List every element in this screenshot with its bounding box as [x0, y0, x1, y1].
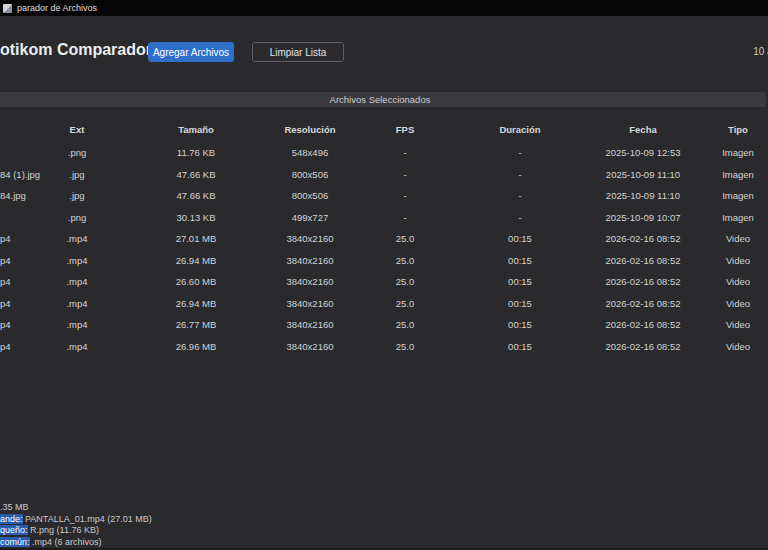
- cell-date: 2026-02-16 08:52: [583, 250, 703, 272]
- summary-line[interactable]: .35 MB: [0, 502, 768, 514]
- summary-line[interactable]: ande: PANTALLA_01.mp4 (27.01 MB): [0, 514, 768, 526]
- cell-type: Imagen: [700, 207, 768, 229]
- cell-resolution: 548x496: [255, 142, 365, 164]
- table-body: .png 11.76 KB 548x496 - - 2025-10-09 12:…: [0, 142, 768, 357]
- table-row[interactable]: 84 (1).jpg .jpg 47.66 KB 800x506 - - 202…: [0, 164, 768, 186]
- cell-duration: 00:15: [470, 336, 570, 358]
- cell-size: 26.60 MB: [146, 271, 246, 293]
- cell-fps: -: [365, 185, 445, 207]
- table-header: Ext Tamaño Resolución FPS Duración Fecha…: [0, 122, 768, 138]
- cell-size: 26.94 MB: [146, 293, 246, 315]
- cell-date: 2025-10-09 10:07: [583, 207, 703, 229]
- table-row[interactable]: p4 .mp4 26.94 MB 3840x2160 25.0 00:15 20…: [0, 293, 768, 315]
- file-count-label: 10 ar: [753, 46, 768, 57]
- add-files-button[interactable]: Agregar Archivos: [148, 42, 234, 62]
- cell-duration: -: [470, 185, 570, 207]
- summary-text: PANTALLA_01.mp4 (27.01 MB): [23, 514, 152, 524]
- cell-resolution: 3840x2160: [255, 314, 365, 336]
- cell-type: Imagen: [700, 185, 768, 207]
- cell-ext: .png: [40, 207, 114, 229]
- selected-text: queño:: [0, 525, 28, 535]
- cell-date: 2026-02-16 08:52: [583, 293, 703, 315]
- window-titlebar[interactable]: parador de Archivos: [0, 0, 768, 16]
- cell-date: 2026-02-16 08:52: [583, 271, 703, 293]
- clear-list-button[interactable]: Limpiar Lista: [252, 42, 344, 62]
- column-header-resolution[interactable]: Resolución: [255, 122, 365, 138]
- page-title: otikom Comparador: [0, 41, 152, 59]
- cell-size: 47.66 KB: [146, 164, 246, 186]
- table-row[interactable]: .png 11.76 KB 548x496 - - 2025-10-09 12:…: [0, 142, 768, 164]
- selected-text: común:: [0, 537, 30, 547]
- summary-text: R.png (11.76 KB): [28, 525, 99, 535]
- column-header-date[interactable]: Fecha: [583, 122, 703, 138]
- table-row[interactable]: p4 .mp4 26.60 MB 3840x2160 25.0 00:15 20…: [0, 271, 768, 293]
- cell-type: Imagen: [700, 142, 768, 164]
- cell-type: Imagen: [700, 164, 768, 186]
- table-row[interactable]: p4 .mp4 26.96 MB 3840x2160 25.0 00:15 20…: [0, 336, 768, 358]
- column-header-size[interactable]: Tamaño: [146, 122, 246, 138]
- table-row[interactable]: .png 30.13 KB 499x727 - - 2025-10-09 10:…: [0, 207, 768, 229]
- cell-fps: -: [365, 164, 445, 186]
- cell-duration: 00:15: [470, 271, 570, 293]
- summary-line[interactable]: queño: R.png (11.76 KB): [0, 525, 768, 537]
- cell-resolution: 800x506: [255, 164, 365, 186]
- column-header-duration[interactable]: Duración: [470, 122, 570, 138]
- cell-ext: .jpg: [40, 164, 114, 186]
- section-header-bar: Archivos Seleccionados: [0, 92, 766, 107]
- summary-line[interactable]: común: .mp4 (6 archivos): [0, 537, 768, 549]
- cell-ext: .mp4: [40, 271, 114, 293]
- cell-duration: 00:15: [470, 250, 570, 272]
- column-header-fps[interactable]: FPS: [365, 122, 445, 138]
- cell-type: Video: [700, 336, 768, 358]
- cell-resolution: 3840x2160: [255, 250, 365, 272]
- cell-type: Video: [700, 293, 768, 315]
- table-row[interactable]: p4 .mp4 26.94 MB 3840x2160 25.0 00:15 20…: [0, 250, 768, 272]
- cell-ext: .mp4: [40, 336, 114, 358]
- cell-duration: -: [470, 142, 570, 164]
- summary: .35 MBande: PANTALLA_01.mp4 (27.01 MB)qu…: [0, 502, 768, 548]
- cell-ext: .mp4: [40, 228, 114, 250]
- cell-fps: 25.0: [365, 293, 445, 315]
- table-row[interactable]: p4 .mp4 26.77 MB 3840x2160 25.0 00:15 20…: [0, 314, 768, 336]
- cell-size: 26.94 MB: [146, 250, 246, 272]
- cell-ext: .mp4: [40, 250, 114, 272]
- column-header-type[interactable]: Tipo: [700, 122, 768, 138]
- cell-date: 2025-10-09 12:53: [583, 142, 703, 164]
- cell-type: Video: [700, 271, 768, 293]
- cell-fps: 25.0: [365, 271, 445, 293]
- cell-duration: 00:15: [470, 293, 570, 315]
- cell-fps: 25.0: [365, 228, 445, 250]
- cell-duration: 00:15: [470, 314, 570, 336]
- cell-size: 26.96 MB: [146, 336, 246, 358]
- window-title: parador de Archivos: [17, 3, 97, 13]
- cell-ext: .jpg: [40, 185, 114, 207]
- cell-fps: 25.0: [365, 314, 445, 336]
- cell-resolution: 3840x2160: [255, 336, 365, 358]
- table-row[interactable]: 84.jpg .jpg 47.66 KB 800x506 - - 2025-10…: [0, 185, 768, 207]
- cell-fps: 25.0: [365, 336, 445, 358]
- toolbar: otikom Comparador Agregar Archivos Limpi…: [0, 16, 768, 86]
- section-header-title: Archivos Seleccionados: [330, 94, 431, 105]
- cell-ext: .mp4: [40, 314, 114, 336]
- cell-ext: .png: [40, 142, 114, 164]
- cell-resolution: 3840x2160: [255, 228, 365, 250]
- cell-date: 2026-02-16 08:52: [583, 336, 703, 358]
- cell-duration: -: [470, 164, 570, 186]
- table-row[interactable]: p4 .mp4 27.01 MB 3840x2160 25.0 00:15 20…: [0, 228, 768, 250]
- cell-resolution: 3840x2160: [255, 271, 365, 293]
- cell-size: 27.01 MB: [146, 228, 246, 250]
- cell-size: 30.13 KB: [146, 207, 246, 229]
- cell-size: 11.76 KB: [146, 142, 246, 164]
- cell-date: 2026-02-16 08:52: [583, 228, 703, 250]
- column-header-ext[interactable]: Ext: [40, 122, 114, 138]
- cell-size: 26.77 MB: [146, 314, 246, 336]
- cell-resolution: 3840x2160: [255, 293, 365, 315]
- cell-fps: -: [365, 207, 445, 229]
- selected-text: ande:: [0, 514, 23, 524]
- summary-text: .mp4 (6 archivos): [30, 537, 102, 547]
- cell-ext: .mp4: [40, 293, 114, 315]
- cell-type: Video: [700, 228, 768, 250]
- cell-fps: 25.0: [365, 250, 445, 272]
- cell-resolution: 800x506: [255, 185, 365, 207]
- cell-duration: 00:15: [470, 228, 570, 250]
